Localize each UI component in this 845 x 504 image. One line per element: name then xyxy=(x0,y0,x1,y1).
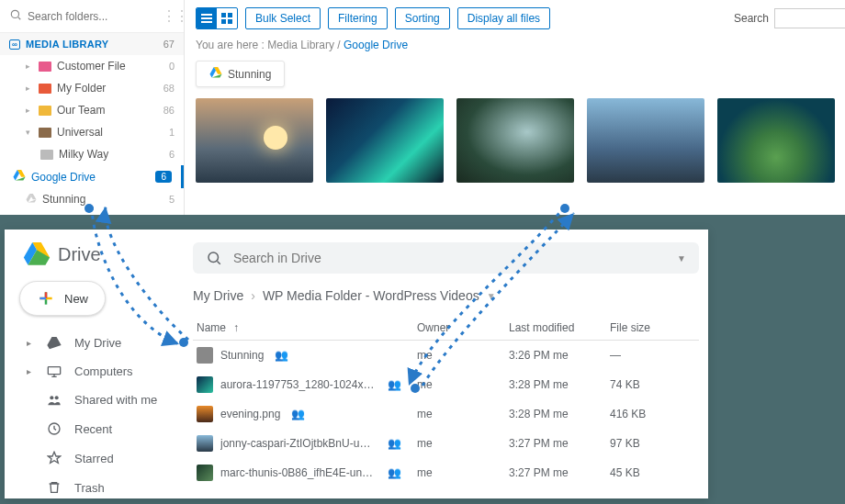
search-options-dropdown[interactable]: ▼ xyxy=(677,253,686,263)
column-name[interactable]: Name ↑ xyxy=(197,321,417,334)
gdrive-sidebar: Drive New ▸My Drive ▸Computers Shared wi… xyxy=(5,230,184,498)
google-drive-icon xyxy=(26,193,37,206)
gdrive-nav: ▸My Drive ▸Computers Shared with me Rece… xyxy=(14,329,175,502)
list-view-button[interactable] xyxy=(197,8,217,28)
tree-item-customer-file[interactable]: ▸Customer File 0 xyxy=(0,55,184,77)
gdrive-nav-shared[interactable]: Shared with me xyxy=(14,386,175,414)
thumbnail-item[interactable] xyxy=(717,98,835,183)
chevron-right-icon: ▸ xyxy=(26,62,33,71)
folder-icon xyxy=(39,62,51,72)
nav-label: Trash xyxy=(74,481,105,495)
table-row[interactable]: aurora-1197753_1280-1024x682-1.jpg👥me3:2… xyxy=(193,370,699,399)
breadcrumb: You are here : Media Library / Google Dr… xyxy=(196,39,845,51)
thumbnail-item[interactable] xyxy=(196,98,313,183)
tree-label: Our Team xyxy=(57,104,105,117)
column-modified[interactable]: Last modified xyxy=(509,321,610,334)
gdrive-logo-text: Drive xyxy=(58,244,101,265)
tree-count: 68 xyxy=(163,83,175,94)
shared-icon: 👥 xyxy=(388,437,401,450)
drag-handle-icon[interactable]: ⋮⋮ xyxy=(162,7,187,25)
image-thumbnail xyxy=(197,376,213,393)
file-size: 97 KB xyxy=(610,437,674,450)
breadcrumb-prefix: You are here : xyxy=(196,39,265,51)
google-drive-panel: Drive New ▸My Drive ▸Computers Shared wi… xyxy=(5,230,708,498)
media-search: Search xyxy=(734,8,845,28)
tree-item-milky-way[interactable]: Milky Way 6 xyxy=(0,143,184,165)
file-size: 45 KB xyxy=(610,466,674,479)
gdrive-logo: Drive xyxy=(14,242,175,266)
breadcrumb-sep: / xyxy=(337,39,340,51)
tree-item-stunning[interactable]: Stunning 5 xyxy=(0,188,184,210)
table-row[interactable]: marc-thunis-0B86_ifhE4E-unsplash-scaled.… xyxy=(193,458,699,487)
table-row[interactable]: evening.png👥me3:28 PM me416 KB xyxy=(193,399,699,429)
gdrive-nav-computers[interactable]: ▸Computers xyxy=(14,357,175,386)
folder-chip-stunning[interactable]: Stunning xyxy=(196,61,285,87)
display-all-button[interactable]: Display all files xyxy=(457,7,550,29)
grid-view-button[interactable] xyxy=(217,8,237,28)
file-owner: me xyxy=(417,437,509,450)
toolbar: Bulk Select Filtering Sorting Display al… xyxy=(196,7,845,29)
media-search-input[interactable] xyxy=(774,8,845,28)
svg-rect-4 xyxy=(201,21,212,23)
library-count: 67 xyxy=(163,39,175,50)
tree-label: Customer File xyxy=(57,60,126,73)
gdrive-breadcrumb: My Drive › WP Media Folder - WordPress V… xyxy=(193,288,699,303)
svg-point-10 xyxy=(50,396,53,399)
file-size: 74 KB xyxy=(610,378,674,391)
gdrive-nav-trash[interactable]: Trash xyxy=(14,473,175,502)
nav-label: Shared with me xyxy=(74,393,157,407)
gdrive-nav-my-drive[interactable]: ▸My Drive xyxy=(14,329,175,357)
sorting-button[interactable]: Sorting xyxy=(395,7,450,29)
thumbnail-item[interactable] xyxy=(456,98,574,183)
tree-count: 86 xyxy=(163,105,175,116)
search-label: Search xyxy=(734,12,769,25)
tree-label: Milky Way xyxy=(59,148,108,161)
file-owner: me xyxy=(417,378,509,391)
breadcrumb-root[interactable]: Media Library xyxy=(267,39,334,51)
tree-item-universal[interactable]: ▾Universal 1 xyxy=(0,121,184,143)
media-library-header[interactable]: ∞ MEDIA LIBRARY 67 xyxy=(0,33,184,55)
column-size[interactable]: File size xyxy=(610,321,674,334)
nav-label: Starred xyxy=(74,452,114,465)
nav-label: Computers xyxy=(74,364,133,378)
gdrive-nav-starred[interactable]: Starred xyxy=(14,443,175,473)
tree-item-google-drive[interactable]: Google Drive 6 xyxy=(0,165,184,188)
tree-item-our-team[interactable]: ▸Our Team 86 xyxy=(0,99,184,121)
sort-up-icon: ↑ xyxy=(233,321,239,334)
folder-sidebar: ⋮⋮ ∞ MEDIA LIBRARY 67 ▸Customer File 0 ▸… xyxy=(0,0,185,215)
folder-search[interactable]: ⋮⋮ xyxy=(0,0,184,33)
table-row[interactable]: jonny-caspari-ZtIOjtbkBnU-unsplash-scale… xyxy=(193,429,699,458)
file-owner: me xyxy=(417,408,509,420)
column-owner[interactable]: Owner xyxy=(417,321,509,334)
file-modified: 3:28 PM me xyxy=(509,408,610,420)
gdrive-nav-recent[interactable]: Recent xyxy=(14,414,175,443)
shared-icon: 👥 xyxy=(275,349,288,362)
chevron-down-icon[interactable]: ▼ xyxy=(487,291,496,301)
gdrive-breadcrumb-current[interactable]: WP Media Folder - WordPress Videos xyxy=(263,288,479,303)
table-row[interactable]: Stunning👥me3:26 PM me— xyxy=(193,341,699,370)
chevron-down-icon: ▾ xyxy=(26,128,33,137)
tree-label: My Folder xyxy=(57,82,106,95)
filtering-button[interactable]: Filtering xyxy=(328,7,388,29)
svg-line-14 xyxy=(217,261,220,263)
folder-search-input[interactable] xyxy=(28,10,156,23)
gdrive-search-input[interactable] xyxy=(233,251,666,265)
file-name: jonny-caspari-ZtIOjtbkBnU-unsplash-scale… xyxy=(220,437,377,450)
gdrive-new-button[interactable]: New xyxy=(19,281,106,316)
gdrive-search[interactable]: ▼ xyxy=(193,242,699,274)
library-icon: ∞ xyxy=(9,39,20,50)
tree-item-my-folder[interactable]: ▸My Folder 68 xyxy=(0,77,184,99)
tree-count: 6 xyxy=(169,149,175,160)
thumbnail-item[interactable] xyxy=(326,98,444,183)
gdrive-breadcrumb-root[interactable]: My Drive xyxy=(193,288,243,303)
breadcrumb-current[interactable]: Google Drive xyxy=(344,39,408,51)
svg-rect-7 xyxy=(221,19,226,24)
bulk-select-button[interactable]: Bulk Select xyxy=(245,7,321,29)
chevron-right-icon: ▸ xyxy=(27,366,34,376)
tree-count: 1 xyxy=(169,127,175,138)
shared-icon: 👥 xyxy=(388,466,401,479)
gdrive-table-header: Name ↑ Owner Last modified File size xyxy=(193,316,699,341)
tree-label: Universal xyxy=(57,126,103,139)
thumbnail-item[interactable] xyxy=(587,98,704,183)
file-name: aurora-1197753_1280-1024x682-1.jpg xyxy=(220,378,377,391)
